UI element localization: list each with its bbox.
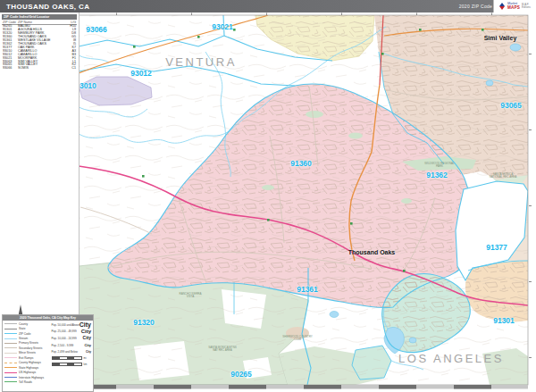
- legend-item-label: County Highways: [19, 361, 41, 364]
- legend-item-label: US Highways: [19, 371, 36, 374]
- zip-cell: SOMIS: [18, 67, 68, 71]
- population-range-label: Pop. 50,000 and Above: [52, 323, 80, 327]
- zip-table-rows: 90265MALIBUH1091301AGOURA HILLSL991320NE…: [2, 25, 77, 71]
- zip-index-table: ZIP Code Index/Grid Locator ZIP Code ZIP…: [2, 14, 77, 71]
- toll-swatch: [4, 381, 17, 382]
- interstate-swatch: [4, 377, 17, 378]
- map-page: VENTURALOS ANGELES9306693021930129301093…: [0, 0, 536, 392]
- scalebar-km-bar: [52, 363, 82, 366]
- population-range-label: Pop. 10,000 - 24,999: [52, 337, 77, 340]
- legend-population-item: Pop. 2,500 - 9,999City: [52, 342, 91, 349]
- legend-item-label: Minor Streets: [19, 351, 36, 354]
- countyhwy-swatch: [4, 363, 17, 363]
- legend-item-label: County: [19, 322, 28, 326]
- population-city-sample: City: [83, 336, 91, 340]
- minor-swatch: [4, 353, 17, 354]
- population-city-sample: City: [80, 321, 91, 328]
- legend-item-label: ZIP Code: [19, 332, 30, 336]
- scalebar-km-label: km: [84, 363, 88, 366]
- col-zip-code: ZIP Code: [3, 21, 18, 24]
- exit-swatch: [4, 357, 17, 358]
- legend-item-label: Interstate Highways: [19, 376, 44, 379]
- stream-swatch: [4, 338, 17, 339]
- population-city-sample: City: [86, 351, 91, 354]
- col-locator: L/G: [68, 21, 76, 24]
- brand-logo-word2: MAPS: [507, 6, 520, 11]
- county-swatch: [4, 323, 17, 324]
- legend-right-column: Pop. 50,000 and AboveCityPop. 25,000 - 4…: [50, 321, 91, 385]
- ushwy-swatch: [4, 372, 17, 373]
- state-swatch: [4, 329, 17, 329]
- legend-item-label: Primary Streets: [19, 341, 38, 345]
- col-zip-name: ZIP Name: [18, 21, 68, 24]
- scalebar-miles-bar: [52, 356, 82, 360]
- secondary-swatch: [4, 347, 17, 348]
- legend-population-item: Pop. 50,000 and AboveCity: [52, 321, 91, 329]
- zip-cell: 93066: [3, 67, 18, 71]
- legend-population-item: Pop. 25,000 - 49,999City: [52, 329, 91, 336]
- legend-item-label: State: [19, 327, 25, 330]
- scalebar-km: km: [52, 362, 91, 368]
- zip-cell: C1: [68, 67, 76, 71]
- legend-item-label: Stream: [19, 337, 28, 340]
- legend-item-label: Exit Ramps: [19, 356, 33, 360]
- brand-logo: Market MAPS M.A.P. Editions: [493, 0, 536, 13]
- population-range-label: Pop. 2,500 - 9,999: [52, 344, 74, 347]
- legend-population-item: Pop. 10,000 - 24,999City: [52, 335, 91, 342]
- population-range-label: Pop. 25,000 - 49,999: [52, 329, 77, 333]
- legend-item-label: Secondary Streets: [19, 346, 42, 350]
- brand-logo-side2: Editions: [522, 5, 531, 9]
- header-bar: THOUSAND OAKS, CA 2020 ZIP Code Premium …: [0, 0, 536, 13]
- scalebar-miles-label: mi: [84, 356, 87, 360]
- population-range-label: Pop. 2,499 and Below: [52, 350, 78, 354]
- legend-item-label: Toll Roads: [19, 380, 32, 384]
- scalebar-miles: mi: [52, 355, 91, 362]
- zip-table-row: 93066SOMISC1: [2, 67, 77, 71]
- legend-line-items: CountyStateZIP CodeStreamPrimary Streets…: [4, 321, 50, 385]
- page-title: THOUSAND OAKS, CA: [0, 3, 89, 11]
- legend-item-label: State Highways: [19, 366, 38, 370]
- legend-population-item: Pop. 2,499 and BelowCity: [52, 348, 91, 355]
- primary-swatch: [4, 343, 17, 344]
- population-city-sample: City: [84, 344, 91, 347]
- population-city-sample: City: [81, 329, 91, 334]
- legend-box: 2020 Thousand Oaks, CA City Map Key Coun…: [2, 314, 94, 392]
- legend-population-items: Pop. 50,000 and AboveCityPop. 25,000 - 4…: [52, 321, 91, 355]
- statehwy-swatch: [4, 367, 17, 368]
- legend-item-toll: Toll Roads: [4, 379, 50, 384]
- zip-swatch: [4, 333, 17, 334]
- brand-logo-icon: [499, 3, 506, 10]
